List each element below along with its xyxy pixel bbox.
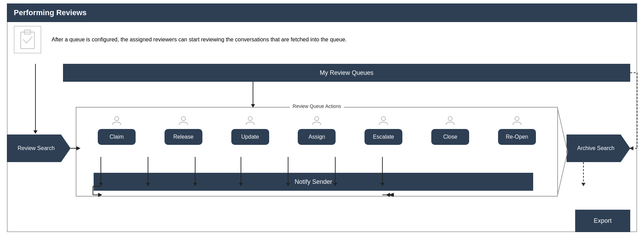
notify-sender-box: Notify Sender: [94, 173, 533, 191]
person-icon-update: [244, 114, 256, 127]
reopen-button[interactable]: Re-Open: [498, 129, 536, 145]
action-item-claim: Claim: [98, 114, 136, 145]
export-label: Export: [594, 217, 612, 225]
review-queues-label: My Review Queues: [320, 69, 373, 77]
svg-point-10: [515, 117, 519, 121]
description-text: After a queue is configured, the assigne…: [52, 37, 347, 43]
page-title: Performing Reviews: [14, 8, 630, 17]
release-button[interactable]: Release: [165, 129, 202, 145]
review-queues-box: My Review Queues: [63, 64, 630, 82]
update-button[interactable]: Update: [231, 129, 269, 145]
clipboard-icon: [14, 26, 41, 53]
action-item-update: Update: [231, 114, 269, 145]
person-icon-close: [444, 114, 456, 127]
action-item-escalate: Escalate: [365, 114, 402, 145]
person-icon-reopen: [511, 114, 523, 127]
svg-line-3: [27, 37, 32, 43]
action-item-release: Release: [165, 114, 202, 145]
svg-line-2: [23, 40, 27, 43]
description-area: After a queue is configured, the assigne…: [7, 22, 637, 57]
svg-point-8: [381, 117, 386, 121]
main-container: Performing Reviews After a queue is conf…: [0, 0, 644, 239]
escalate-button[interactable]: Escalate: [365, 129, 402, 145]
person-icon-escalate: [377, 114, 390, 127]
archive-search[interactable]: Archive Search: [567, 135, 630, 162]
title-bar: Performing Reviews: [7, 3, 637, 22]
export-box[interactable]: Export: [575, 210, 630, 232]
person-icon-claim: [110, 114, 123, 127]
assign-button[interactable]: Assign: [298, 129, 336, 145]
actions-row: Claim Release Update: [76, 114, 557, 145]
rqa-container: Review Queue Actions Claim: [76, 107, 558, 197]
person-icon-release: [177, 114, 190, 127]
svg-point-7: [315, 117, 319, 121]
archive-search-label: Archive Search: [577, 145, 615, 152]
notify-sender-label: Notify Sender: [295, 178, 332, 186]
review-search-label: Review Search: [18, 145, 55, 152]
review-search[interactable]: Review Search: [7, 135, 71, 162]
action-item-assign: Assign: [298, 114, 336, 145]
close-button[interactable]: Close: [431, 129, 469, 145]
svg-point-5: [181, 117, 186, 121]
person-icon-assign: [310, 114, 323, 127]
rqa-label: Review Queue Actions: [290, 103, 344, 109]
svg-point-4: [115, 117, 119, 121]
action-item-reopen: Re-Open: [498, 114, 536, 145]
svg-point-6: [248, 117, 252, 121]
svg-point-9: [448, 117, 452, 121]
claim-button[interactable]: Claim: [98, 129, 136, 145]
action-item-close: Close: [431, 114, 469, 145]
